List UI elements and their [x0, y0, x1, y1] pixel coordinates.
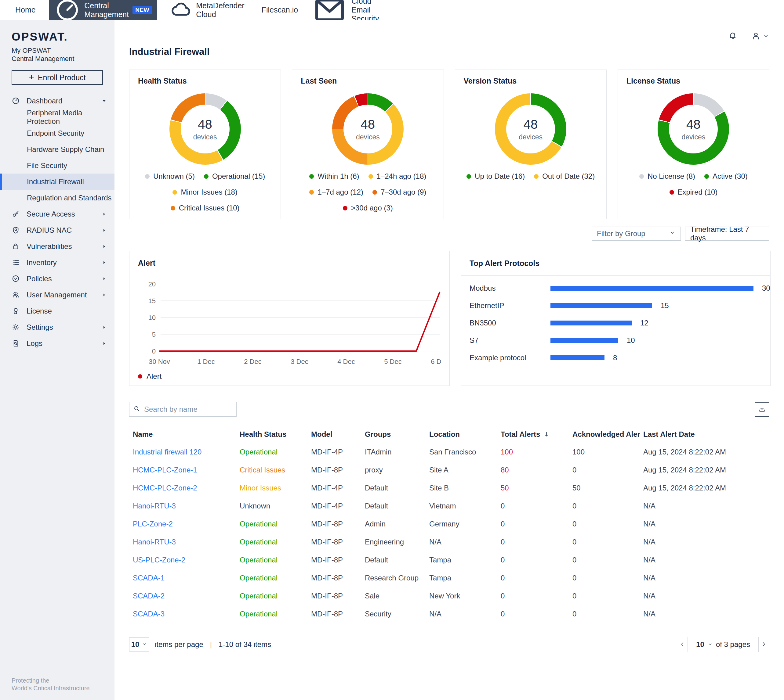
sidebar-item-secure-access[interactable]: Secure Access [0, 206, 114, 222]
protocol-label: EthernetIP [470, 302, 550, 310]
acknowledged-alerts-cell: 0 [569, 592, 640, 600]
search-input[interactable] [144, 405, 232, 414]
license-status-title: License Status [627, 77, 761, 85]
table-row-scada-1[interactable]: SCADA-1OperationalMD-IF-8PResearch Group… [129, 569, 769, 587]
user-menu[interactable] [751, 31, 769, 41]
location-cell: New York [426, 592, 497, 600]
pagination-separator: | [210, 640, 212, 649]
column-header-total-alerts[interactable]: Total Alerts [497, 430, 569, 438]
page-size-select[interactable]: 10 [129, 637, 149, 652]
device-name-link[interactable]: HCMC-PLC-Zone-2 [129, 484, 236, 492]
sidebar-item-regulation-and-standards[interactable]: Regulation and Standards [0, 190, 114, 206]
nav-item-label: Home [15, 5, 36, 14]
column-header-last-alert-date[interactable]: Last Alert Date [640, 430, 769, 438]
sidebar-item-inventory[interactable]: Inventory [0, 254, 114, 270]
column-header-name[interactable]: Name [129, 430, 236, 438]
device-name-link[interactable]: SCADA-2 [129, 592, 236, 600]
location-cell: Site B [426, 484, 497, 492]
table-row-scada-3[interactable]: SCADA-3OperationalMD-IF-8PSecurityN/A00N… [129, 605, 769, 623]
notifications-button[interactable] [728, 30, 737, 42]
legend-label: Critical Issues (10) [179, 204, 240, 212]
groups-cell: Engineering [361, 538, 426, 546]
items-per-page-label: items per page [155, 640, 203, 649]
acknowledged-alerts-cell: 0 [569, 538, 640, 546]
column-header-location[interactable]: Location [426, 430, 497, 438]
page-selector[interactable]: 10 of 3 pages [689, 637, 757, 652]
nav-item-home[interactable]: Home [12, 5, 36, 14]
nav-item-filescan-io[interactable]: Filescan.io [258, 5, 298, 14]
table-row-hanoi-rtu-3[interactable]: Hanoi-RTU-3UnknownMD-IF-4PDefaultVietnam… [129, 497, 769, 515]
page-size-value: 10 [131, 640, 140, 649]
sidebar-item-user-management[interactable]: User Management [0, 287, 114, 303]
sidebar-item-logs[interactable]: Logs [0, 335, 114, 352]
device-name-link[interactable]: Hanoi-RTU-3 [129, 538, 236, 546]
timeframe-box[interactable]: Timeframe: Last 7 days [685, 227, 769, 241]
group-filter-select[interactable]: Filter by Group [592, 227, 681, 241]
column-header-acknowledged-alerts[interactable]: Acknowledged Alerts [569, 430, 640, 438]
device-name-link[interactable]: US-PLC-Zone-2 [129, 556, 236, 564]
device-name-link[interactable]: Hanoi-RTU-3 [129, 502, 236, 510]
table-row-plc-zone-2[interactable]: PLC-Zone-2OperationalMD-IF-8PAdminGerman… [129, 515, 769, 533]
caret-right-icon [101, 292, 107, 298]
table-row-industrial-firewall-120[interactable]: Industrial firewall 120OperationalMD-IF-… [129, 443, 769, 461]
device-name-link[interactable]: Industrial firewall 120 [129, 448, 236, 456]
dashboard-icon [12, 97, 20, 105]
legend-dot [534, 174, 538, 179]
sidebar-item-industrial-firewall[interactable]: Industrial Firewall [0, 173, 114, 190]
device-name-link[interactable]: SCADA-3 [129, 610, 236, 618]
sidebar-item-label: File Security [27, 162, 67, 170]
legend-dot [639, 174, 644, 179]
table-row-hcmc-plc-zone-2[interactable]: HCMC-PLC-Zone-2Minor IssuesMD-IF-4PDefau… [129, 479, 769, 497]
download-button[interactable] [755, 402, 769, 417]
sidebar-item-radius-nac[interactable]: RADIUS NAC [0, 222, 114, 238]
device-name-link[interactable]: HCMC-PLC-Zone-1 [129, 466, 236, 474]
column-header-model[interactable]: Model [308, 430, 361, 438]
sidebar-item-settings[interactable]: Settings [0, 319, 114, 335]
acknowledged-alerts-cell: 0 [569, 556, 640, 564]
sidebar-item-file-security[interactable]: File Security [0, 157, 114, 173]
protocol-label: BN3500 [470, 319, 550, 327]
last-seen-donut-chart: 48devices [332, 93, 404, 165]
device-name-link[interactable]: PLC-Zone-2 [129, 520, 236, 528]
download-icon [758, 405, 766, 414]
previous-page-button[interactable] [677, 637, 688, 652]
chevron-left-icon [679, 641, 686, 648]
device-count: 48 [686, 117, 700, 132]
legend-label: Minor Issues (18) [181, 188, 237, 197]
location-cell: Tampa [426, 556, 497, 564]
sidebar-item-vulnerabilities[interactable]: Vulnerabilities [0, 238, 114, 254]
column-header-groups[interactable]: Groups [361, 430, 426, 438]
license-status-card: License Status48devicesNo License (8)Act… [618, 70, 769, 219]
legend-dot [138, 374, 142, 378]
legend-dot [670, 190, 674, 195]
sidebar-item-label: Hardware Supply Chain [27, 145, 104, 154]
pagination: 10 items per page | 1-10 of 34 items 10 … [129, 637, 769, 652]
table-row-hanoi-rtu-3[interactable]: Hanoi-RTU-3OperationalMD-IF-8PEngineerin… [129, 533, 769, 551]
table-row-us-plc-zone-2[interactable]: US-PLC-Zone-2OperationalMD-IF-8PDefaultT… [129, 551, 769, 569]
model-cell: MD-IF-4P [308, 484, 361, 492]
sidebar-item-peripheral-media-protection[interactable]: Peripheral Media Protection [0, 109, 114, 125]
protocol-value: 15 [661, 302, 669, 310]
table-row-scada-2[interactable]: SCADA-2OperationalMD-IF-8PSaleNew York00… [129, 587, 769, 605]
groups-cell: Research Group [361, 574, 426, 582]
next-page-button[interactable] [758, 637, 769, 652]
sidebar-item-policies[interactable]: Policies [0, 270, 114, 287]
table-row-hcmc-plc-zone-1[interactable]: HCMC-PLC-Zone-1Critical IssuesMD-IF-8Ppr… [129, 461, 769, 479]
gear-icon [12, 323, 20, 331]
location-cell: Tampa [426, 574, 497, 582]
model-cell: MD-IF-8P [308, 466, 361, 474]
sidebar-item-dashboard[interactable]: Dashboard [0, 93, 114, 109]
device-name-link[interactable]: SCADA-1 [129, 574, 236, 582]
chevron-down-icon [142, 642, 147, 647]
sidebar-item-endpoint-security[interactable]: Endpoint Security [0, 125, 114, 141]
legend-dot [171, 206, 175, 210]
sidebar-item-label: RADIUS NAC [27, 226, 72, 235]
sidebar-item-hardware-supply-chain[interactable]: Hardware Supply Chain [0, 141, 114, 157]
sidebar-item-license[interactable]: License [0, 303, 114, 319]
acknowledged-alerts-cell: 0 [569, 520, 640, 528]
column-header-health-status[interactable]: Health Status [236, 430, 308, 438]
enroll-product-button[interactable]: + Enroll Product [12, 70, 103, 85]
chevron-down-icon [669, 229, 675, 236]
nav-item-metadefender-cloud[interactable]: MetaDefender Cloud [171, 0, 244, 21]
legend-label: No License (8) [647, 172, 695, 180]
